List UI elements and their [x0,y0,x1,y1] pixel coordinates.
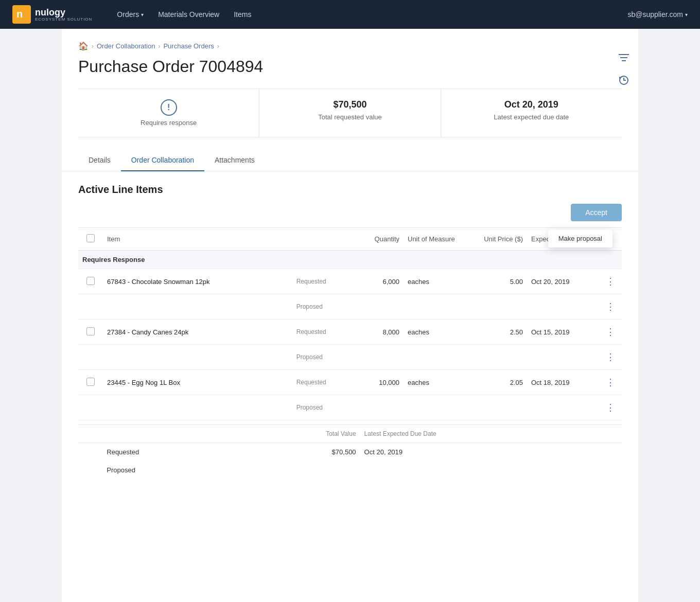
nav-materials[interactable]: Materials Overview [158,1,219,28]
item3-prop-price [465,395,527,420]
page-title: Purchase Order 7004894 [62,51,638,88]
item2-prop-price [465,345,527,370]
footer-spacer-2 [222,443,247,462]
item1-req-price: 5.00 [465,269,527,294]
footer-summary: Total Value Latest Expected Due Date Req… [78,424,622,479]
item1-req-uom: eaches [404,269,465,294]
item1-prop-checkbox-spacer [78,294,103,320]
item2-checkbox[interactable] [86,327,95,335]
item3-req-label: Requested [292,370,357,395]
item2-checkbox-cell [78,320,103,345]
item1-prop-dots[interactable]: ⋮ [603,299,618,314]
footer-prop-spacer-2 [222,461,247,479]
summary-due-date: Oct 20, 2019 Latest expected due date [441,89,622,137]
header-uom: Unit of Measure [404,228,465,251]
footer-prop-spacer-1 [78,461,102,479]
item1-checkbox-cell [78,269,103,294]
group-row-requires-response: Requires Response [78,251,622,269]
history-icon[interactable] [616,72,632,88]
item1-prop-uom [404,294,465,320]
accept-btn-row: Accept [78,204,622,221]
item3-req-date: Oct 18, 2019 [527,370,599,395]
item2-req-date: Oct 15, 2019 [527,320,599,345]
item1-req-qty: 6,000 [357,269,404,294]
nav-orders[interactable]: Orders ▾ [117,1,144,28]
nav-items[interactable]: Items [234,1,251,28]
footer-requested-row: Requested $70,500 Oct 20, 2019 [78,443,622,462]
item2-name: 27384 - Candy Canes 24pk [103,320,292,345]
item1-req-label: Requested [292,269,357,294]
tabs-row: Details Order Collaboration Attachments [62,150,638,171]
footer-prop-due [360,461,598,479]
item1-prop-price [465,294,527,320]
item2-req-dots[interactable]: ⋮ [603,325,618,339]
item2-prop-date [527,345,599,370]
item1-req-date: Oct 20, 2019 [527,269,599,294]
item3-req-dots[interactable]: ⋮ [603,375,618,389]
breadcrumb-order-collaboration[interactable]: Order Collaboration [97,42,155,50]
summary-requires-response: ! Requires response [78,89,259,137]
tab-attachments[interactable]: Attachments [204,150,265,171]
page-wrapper: 🏠 › Order Collaboration › Purchase Order… [62,29,638,602]
item3-prop-dots[interactable]: ⋮ [603,400,618,415]
total-value-label: Total requested value [318,113,382,121]
footer-requested-due: Oct 20, 2019 [360,443,598,462]
requires-response-label: Requires response [141,119,197,127]
item2-prop-label: Proposed [292,345,357,370]
footer-latest-due-label: Latest Expected Due Date [360,425,598,443]
make-proposal-label: Make proposal [558,235,602,242]
items-table: Item Quantity Unit of Measure Unit Price… [78,227,622,420]
footer-total-value-label: Total Value [247,425,360,443]
footer-proposed-row: Proposed [78,461,622,479]
logo-sub: ECOSYSTEM SOLUTION [35,17,92,22]
latest-due-date-label: Latest expected due date [494,113,569,121]
header-type-spacer [292,228,357,251]
breadcrumb-purchase-orders[interactable]: Purchase Orders [163,42,214,50]
footer-header-action-spacer [598,425,622,443]
group-label: Requires Response [82,256,145,263]
item2-prop-action: ⋮ [599,345,622,370]
header-checkbox-col [78,228,103,251]
item3-name: 23445 - Egg Nog 1L Box [103,370,292,395]
tab-order-collaboration[interactable]: Order Collaboration [121,150,204,171]
item3-prop-label: Proposed [292,395,357,420]
item1-req-dots[interactable]: ⋮ [603,274,618,289]
logo[interactable]: n nulogy ECOSYSTEM SOLUTION [12,5,92,24]
header-item: Item [103,228,292,251]
tab-details[interactable]: Details [78,150,121,171]
filter-icon[interactable] [616,49,632,66]
table-row: 23445 - Egg Nog 1L Box Requested 10,000 … [78,370,622,395]
nav-orders-label: Orders [117,10,139,19]
header-unit-price: Unit Price ($) [465,228,527,251]
item2-prop-uom [404,345,465,370]
footer-header-row: Total Value Latest Expected Due Date [78,425,622,443]
header-quantity: Quantity [357,228,404,251]
nav-materials-label: Materials Overview [158,10,219,19]
item2-prop-dots[interactable]: ⋮ [603,350,618,364]
alert-icon: ! [161,99,177,116]
home-icon[interactable]: 🏠 [78,41,89,51]
table-row: Proposed ⋮ [78,345,622,370]
make-proposal-popup[interactable]: Make proposal [548,229,612,247]
item1-checkbox[interactable] [86,277,95,285]
item3-prop-action: ⋮ [599,395,622,420]
item1-name: 67843 - Chocolate Snowman 12pk [103,269,292,294]
breadcrumb: 🏠 › Order Collaboration › Purchase Order… [62,29,638,51]
footer-prop-action-spacer [598,461,622,479]
total-value: $70,500 [333,99,366,110]
footer-action-spacer [598,443,622,462]
footer-requested-total: $70,500 [247,443,360,462]
table-row: Proposed ⋮ [78,395,622,420]
header-checkbox[interactable] [86,234,95,242]
item1-prop-action: ⋮ [599,294,622,320]
item3-req-action: ⋮ [599,370,622,395]
item3-prop-date [527,395,599,420]
item3-checkbox[interactable] [86,378,95,386]
accept-button[interactable]: Accept [571,204,622,221]
breadcrumb-sep-3: › [217,43,219,50]
table-row: 27384 - Candy Canes 24pk Requested 8,000… [78,320,622,345]
user-chevron-icon: ▾ [685,12,688,17]
table-row: 67843 - Chocolate Snowman 12pk Requested… [78,269,622,294]
user-menu[interactable]: sb@supplier.com ▾ [627,10,688,19]
item2-prop-name-spacer [103,345,292,370]
